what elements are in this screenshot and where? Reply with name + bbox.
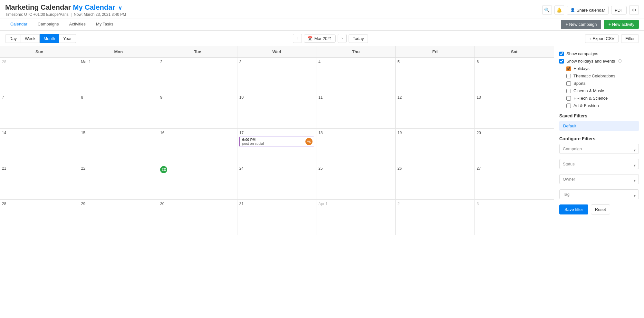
table-row[interactable]: 30 xyxy=(158,200,237,235)
filter-hitech: Hi-Tech & Science xyxy=(566,96,639,101)
bell-icon: 🔔 xyxy=(556,7,562,13)
title-static: Marketing Calendar xyxy=(5,3,71,11)
main-layout: Sun Mon Tue Wed Thu Fri Sat 28 Mar 1 2 3… xyxy=(0,46,644,314)
cinema-label: Cinema & Music xyxy=(573,88,604,93)
show-campaigns-row: Show campaigns xyxy=(559,51,639,56)
save-filter-button[interactable]: Save filter xyxy=(559,204,588,214)
table-row[interactable]: 2 xyxy=(158,58,237,93)
table-row[interactable]: 28 xyxy=(0,58,79,93)
table-row[interactable]: 2 xyxy=(396,200,475,235)
notifications-button[interactable]: 🔔 xyxy=(554,5,564,15)
table-row[interactable]: 21 xyxy=(0,164,79,200)
top-bar-right: 🔍 🔔 👤 Share calendar PDF ⚙ xyxy=(542,5,639,15)
pdf-button[interactable]: PDF xyxy=(611,6,627,15)
share-calendar-button[interactable]: 👤 Share calendar xyxy=(567,6,609,15)
page-title: Marketing Calendar My Calendar ∨ xyxy=(5,3,122,11)
header-sat: Sat xyxy=(475,46,554,57)
tab-campaigns[interactable]: Campaigns xyxy=(33,18,64,30)
table-row[interactable]: 22 xyxy=(79,164,159,200)
top-bar: Marketing Calendar My Calendar ∨ Timezon… xyxy=(0,0,644,18)
owner-dropdown[interactable]: Owner xyxy=(559,174,639,184)
table-row[interactable]: 27 xyxy=(475,164,554,200)
today-button[interactable]: Today xyxy=(349,34,368,43)
header-wed: Wed xyxy=(237,46,317,57)
calendar-area: Sun Mon Tue Wed Thu Fri Sat 28 Mar 1 2 3… xyxy=(0,46,554,314)
header-tue: Tue xyxy=(158,46,237,57)
show-holidays-checkbox[interactable] xyxy=(559,59,564,64)
filter-button[interactable]: Filter xyxy=(621,34,639,43)
thematic-checkbox[interactable] xyxy=(566,74,571,78)
table-row[interactable]: 7 xyxy=(0,93,79,129)
table-row[interactable]: 26 xyxy=(396,164,475,200)
view-week-button[interactable]: Week xyxy=(21,34,40,43)
owner-dropdown-wrapper: Owner xyxy=(559,174,639,187)
table-row[interactable]: 3 xyxy=(237,58,317,93)
table-row[interactable]: Apr 1 xyxy=(316,200,396,235)
table-row[interactable]: 29 xyxy=(79,200,159,235)
table-row[interactable]: 23 xyxy=(158,164,237,200)
calendar-header: Sun Mon Tue Wed Thu Fri Sat xyxy=(0,46,554,58)
table-row[interactable]: 11 xyxy=(316,93,396,129)
tag-dropdown[interactable]: Tag xyxy=(559,189,639,199)
search-button[interactable]: 🔍 xyxy=(542,5,552,15)
table-row[interactable]: 14 xyxy=(0,129,79,164)
new-campaign-button[interactable]: + New campaign xyxy=(561,20,601,29)
cinema-checkbox[interactable] xyxy=(566,89,571,93)
art-checkbox[interactable] xyxy=(566,104,571,108)
campaign-dropdown[interactable]: Campaign xyxy=(559,144,639,154)
table-row[interactable]: 10 xyxy=(237,93,317,129)
tab-my-tasks[interactable]: My Tasks xyxy=(91,18,119,30)
reset-button[interactable]: Reset xyxy=(591,204,610,214)
table-row[interactable]: 3 xyxy=(475,200,554,235)
header-fri: Fri xyxy=(396,46,475,57)
view-month-button[interactable]: Month xyxy=(40,34,59,43)
tab-activities[interactable]: Activities xyxy=(64,18,91,30)
table-row[interactable]: 25 xyxy=(316,164,396,200)
table-row[interactable]: 19 xyxy=(396,129,475,164)
export-csv-button[interactable]: ↑ Export CSV xyxy=(585,34,619,43)
table-row[interactable]: 20 xyxy=(475,129,554,164)
table-row[interactable]: 17 6:00 PM post on social MD xyxy=(237,129,317,164)
nav-tabs: Calendar Campaigns Activities My Tasks +… xyxy=(0,18,644,31)
show-campaigns-checkbox[interactable] xyxy=(559,52,564,56)
status-dropdown-wrapper: Status xyxy=(559,159,639,172)
table-row[interactable]: 31 xyxy=(237,200,317,235)
view-day-button[interactable]: Day xyxy=(5,34,21,43)
filter-sports: Sports xyxy=(566,81,639,86)
search-icon: 🔍 xyxy=(544,7,550,13)
table-row[interactable]: 28 xyxy=(0,200,79,235)
prev-icon: ‹ xyxy=(297,36,298,41)
new-activity-button[interactable]: + New activity xyxy=(604,20,639,29)
sports-checkbox[interactable] xyxy=(566,81,571,86)
show-holidays-label: Show holidays and events xyxy=(566,59,615,64)
next-icon: › xyxy=(341,36,343,41)
table-row[interactable]: 24 xyxy=(237,164,317,200)
table-row[interactable]: 15 xyxy=(79,129,159,164)
gear-icon: ⚙ xyxy=(632,7,636,13)
table-row[interactable]: 6 xyxy=(475,58,554,93)
list-item[interactable]: 6:00 PM post on social MD xyxy=(239,136,314,147)
table-row[interactable]: 8 xyxy=(79,93,159,129)
table-row[interactable]: 13 xyxy=(475,93,554,129)
saved-filter-default[interactable]: Default xyxy=(559,121,639,131)
holidays-checkbox[interactable] xyxy=(566,66,571,71)
export-icon: ↑ xyxy=(589,36,591,41)
table-row[interactable]: 9 xyxy=(158,93,237,129)
tag-dropdown-wrapper: Tag xyxy=(559,189,639,202)
table-row[interactable]: 5 xyxy=(396,58,475,93)
prev-month-button[interactable]: ‹ xyxy=(293,34,302,43)
art-label: Art & Fashion xyxy=(573,103,599,108)
table-row[interactable]: 12 xyxy=(396,93,475,129)
hitech-label: Hi-Tech & Science xyxy=(573,96,608,101)
view-year-button[interactable]: Year xyxy=(59,34,76,43)
table-row[interactable]: 16 xyxy=(158,129,237,164)
hitech-checkbox[interactable] xyxy=(566,96,571,101)
tab-calendar[interactable]: Calendar xyxy=(5,18,33,30)
calendar-icon: 📅 xyxy=(307,36,312,41)
next-month-button[interactable]: › xyxy=(338,34,347,43)
table-row[interactable]: 4 xyxy=(316,58,396,93)
status-dropdown[interactable]: Status xyxy=(559,159,639,169)
table-row[interactable]: Mar 1 xyxy=(79,58,159,93)
settings-button[interactable]: ⚙ xyxy=(629,5,639,15)
table-row[interactable]: 18 xyxy=(316,129,396,164)
